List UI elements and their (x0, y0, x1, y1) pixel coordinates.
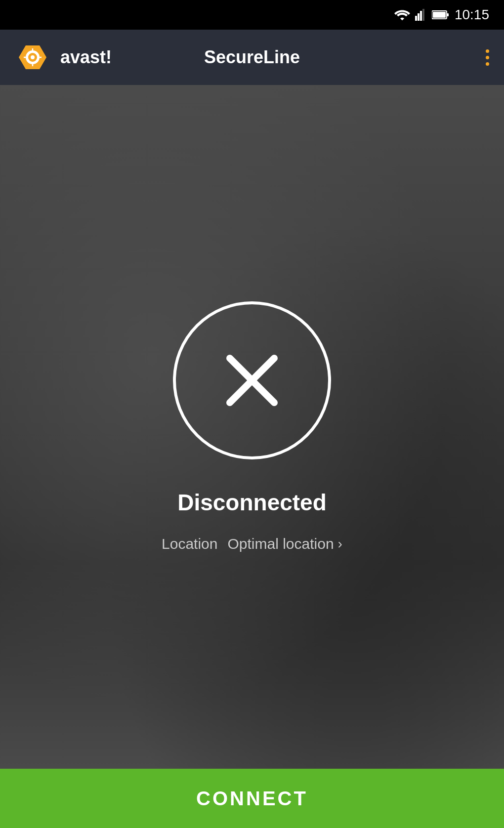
svg-rect-2 (420, 11, 422, 21)
avast-icon (15, 40, 50, 75)
connect-button[interactable]: CONNECT (0, 769, 504, 828)
connect-button-label: CONNECT (196, 787, 308, 810)
battery-icon (432, 10, 450, 19)
app-bar-title: SecureLine (204, 47, 300, 68)
disconnected-x-icon (212, 341, 292, 420)
wifi-icon (394, 9, 410, 21)
more-options-button[interactable] (486, 49, 489, 66)
connection-status: Disconnected (177, 489, 327, 516)
main-content: Disconnected Location Optimal location › (0, 85, 504, 769)
svg-rect-1 (418, 13, 420, 21)
svg-rect-5 (433, 12, 446, 18)
status-bar: 10:15 (0, 0, 504, 30)
signal-icon (415, 9, 427, 21)
svg-point-9 (31, 55, 35, 59)
avast-brand: avast! (60, 47, 112, 68)
chevron-right-icon: › (338, 536, 342, 552)
status-time: 10:15 (455, 7, 489, 23)
content-center: Disconnected Location Optimal location › (162, 301, 342, 552)
app-bar: avast! SecureLine (0, 30, 504, 85)
svg-rect-3 (422, 9, 424, 21)
svg-rect-0 (415, 16, 417, 21)
location-row[interactable]: Location Optimal location › (162, 536, 342, 552)
location-value[interactable]: Optimal location › (228, 536, 342, 552)
location-value-text: Optimal location (228, 536, 334, 552)
avast-logo: avast! (15, 40, 112, 75)
disconnect-circle[interactable] (173, 301, 331, 459)
status-icons: 10:15 (394, 7, 489, 23)
svg-rect-6 (447, 13, 449, 16)
location-label: Location (162, 536, 217, 552)
